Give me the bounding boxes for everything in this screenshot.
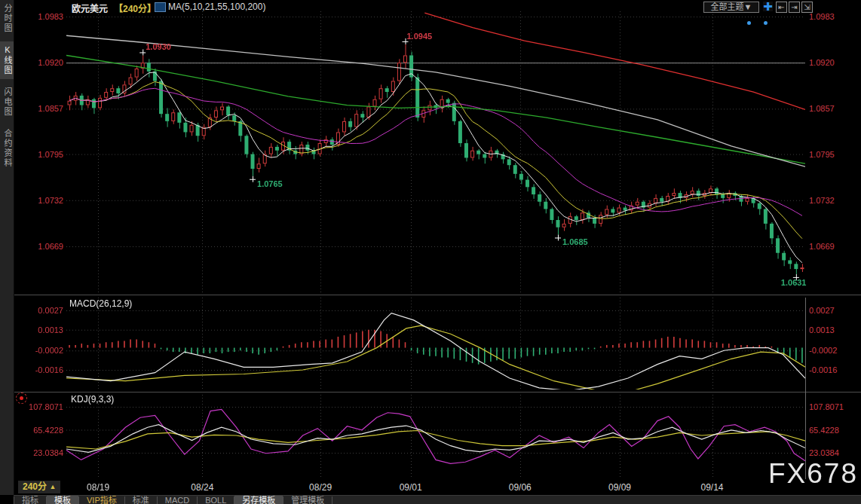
toolbar-item-7[interactable]: 管理模板: [283, 496, 332, 504]
x-axis-label: 09/14: [701, 482, 724, 493]
toolbar-item-2[interactable]: VIP指标: [79, 496, 124, 504]
x-axis-row: 240分 ▲ 08/1908/2408/2909/0109/0609/0909/…: [14, 480, 861, 495]
kdj-panel-label: KDJ(9,3,3): [71, 394, 114, 405]
y-axis-label-left: -0.0002: [15, 346, 63, 355]
y-axis-label-left: 107.8071: [15, 402, 63, 411]
y-axis-label-left: 0.0027: [15, 306, 63, 315]
y-axis-label-right: 1.0983: [809, 12, 859, 21]
x-axis-label: 08/19: [87, 482, 109, 493]
chart-type-sidebar: 分时图K线图闪电图合约资料: [0, 0, 14, 495]
y-axis-label-right: 23.0384: [809, 448, 859, 457]
y-axis-label-right: -0.0002: [809, 346, 859, 355]
ma-legend-text: MA(5,10,21,55,100,200): [168, 2, 265, 12]
y-axis-label-left: 1.0983: [15, 12, 63, 21]
price-annotation: 1.0930: [146, 42, 171, 51]
y-axis-label-right: 107.8071: [809, 402, 859, 411]
macd-panel-label: MACD(26,12,9): [69, 298, 132, 309]
toolbar-item-1[interactable]: 模板: [47, 496, 78, 504]
y-axis-label-left: -0.0016: [15, 365, 63, 374]
y-axis-label-right: 1.0920: [809, 58, 859, 67]
y-axis-label-right: -0.0016: [809, 365, 859, 374]
toolbar-separator: [332, 496, 332, 504]
y-axis-label-left: 1.0857: [15, 104, 63, 113]
y-axis-label-left: 65.4228: [15, 426, 63, 435]
y-axis-label-right: 1.0732: [809, 196, 859, 205]
y-axis-label-right: 0.0013: [809, 325, 859, 334]
sidebar-tab-1[interactable]: K线图: [0, 41, 14, 79]
right-axis-line: [805, 298, 806, 479]
bottom-toolbar: 指标模板VIP指标标准MACDBOLL另存模板管理模板: [14, 495, 861, 504]
price-annotation: 1.0945: [407, 32, 433, 41]
y-axis-label-left: 1.0732: [15, 196, 63, 205]
y-axis-label-left: 23.0384: [15, 448, 63, 457]
sidebar-tab-3[interactable]: 合约资料: [0, 125, 14, 172]
price-annotation: 1.0685: [562, 237, 588, 246]
y-axis-label-left: 0.0013: [15, 325, 63, 334]
toolbar-item-6[interactable]: 另存模板: [234, 496, 283, 504]
toolbar-item-0[interactable]: 指标: [14, 496, 46, 504]
toolbar-item-5[interactable]: BOLL: [198, 496, 234, 504]
y-axis-label-right: 1.0857: [809, 104, 859, 113]
y-axis-label-left: 1.0920: [15, 58, 63, 67]
main-candlestick-canvas[interactable]: [66, 11, 805, 295]
panel-separator: [14, 392, 861, 393]
y-axis-label-right: 1.0669: [809, 242, 859, 251]
fx678-watermark: FX678: [768, 458, 858, 490]
panel-separator: [14, 295, 861, 295]
x-axis-label: 08/29: [309, 482, 332, 493]
x-axis-label: 09/09: [608, 482, 631, 493]
macd-panel-canvas[interactable]: [66, 298, 805, 389]
x-axis-label: 08/24: [191, 482, 213, 493]
y-axis-label-right: 1.0795: [809, 150, 859, 159]
chart-application: 分时图K线图闪电图合约资料 欧元美元 【240分】 MA(5,10,21,55,…: [0, 0, 861, 504]
sidebar-tab-2[interactable]: 闪电图: [0, 84, 14, 121]
kdj-panel-canvas[interactable]: [66, 395, 805, 479]
toolbar-item-4[interactable]: MACD: [158, 496, 197, 504]
x-axis-label: 09/06: [509, 482, 532, 493]
y-axis-label-left: 1.0795: [15, 150, 63, 159]
price-annotation: 1.0631: [781, 278, 807, 287]
toolbar-item-3[interactable]: 标准: [125, 496, 157, 504]
y-axis-label-right: 0.0027: [809, 306, 859, 315]
move-crosshair-icon[interactable]: ✚: [763, 2, 773, 11]
sidebar-tab-0[interactable]: 分时图: [0, 0, 14, 37]
price-annotation: 1.0765: [257, 179, 283, 188]
y-axis-label-left: 1.0669: [15, 242, 63, 251]
x-axis-label: 09/01: [400, 482, 422, 493]
period-selector-button[interactable]: 240分 ▲: [18, 481, 60, 493]
y-axis-label-right: 65.4228: [809, 426, 859, 435]
